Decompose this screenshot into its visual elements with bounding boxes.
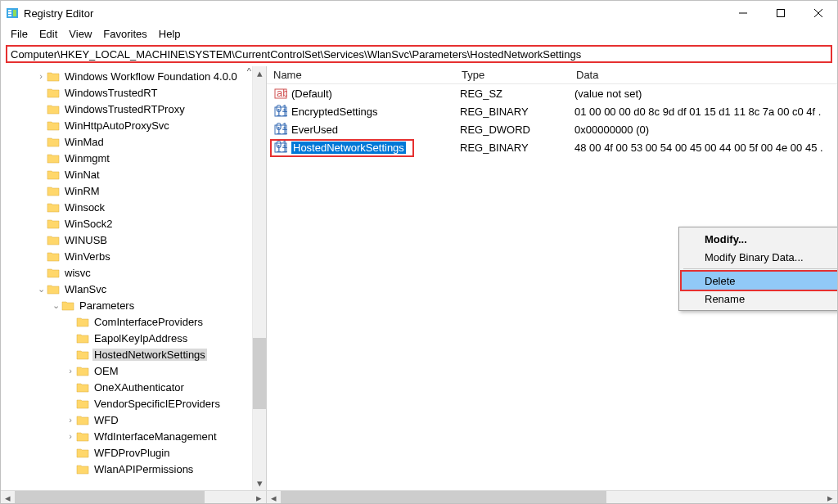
- chevron-right-icon[interactable]: ›: [65, 415, 76, 425]
- folder-icon: [47, 87, 60, 98]
- tree-item[interactable]: ›Windows Workflow Foundation 4.0.0: [1, 68, 266, 84]
- tree-item-label: OneXAuthenticator: [92, 381, 186, 394]
- folder-icon: [47, 70, 60, 82]
- context-menu: Modify... Modify Binary Data... Delete R…: [678, 227, 837, 311]
- folder-icon: [76, 332, 89, 344]
- menu-file[interactable]: File: [6, 26, 33, 42]
- tree-item[interactable]: ⌄Parameters: [1, 297, 266, 313]
- svg-rect-2: [8, 12, 11, 14]
- tree-item[interactable]: ›WFD: [1, 412, 266, 428]
- tree-item[interactable]: EapolKeyIpAddress: [1, 330, 266, 346]
- scroll-thumb[interactable]: [15, 491, 205, 505]
- chevron-down-icon[interactable]: ⌄: [35, 284, 47, 295]
- tree-item-label: WlanAPIPermissions: [92, 463, 195, 475]
- ctx-modify[interactable]: Modify...: [682, 230, 837, 248]
- value-data: 01 00 00 00 d0 8c 9d df 01 15 d1 11 8c 7…: [568, 106, 837, 118]
- tree-item[interactable]: ›OEM: [1, 362, 266, 379]
- folder-icon: [76, 349, 89, 360]
- tree-item[interactable]: WFDProvPlugin: [1, 444, 266, 461]
- tree-item[interactable]: WlanAPIPermissions: [1, 461, 266, 477]
- tree-item[interactable]: WinVerbs: [1, 248, 266, 264]
- ctx-modify-binary[interactable]: Modify Binary Data...: [682, 248, 837, 266]
- tree-item[interactable]: ComInterfaceProviders: [1, 313, 266, 330]
- address-bar[interactable]: Computer\HKEY_LOCAL_MACHINE\SYSTEM\Curre…: [6, 45, 832, 63]
- tree-item-label: WinSock2: [63, 218, 115, 230]
- tree-item[interactable]: ⌄WlanSvc: [1, 281, 266, 297]
- tree-item-label: WindowsTrustedRTProxy: [63, 103, 187, 115]
- folder-icon: [76, 463, 89, 475]
- tree-item-label: wisvc: [63, 267, 92, 279]
- tree-item[interactable]: ›WfdInterfaceManagement: [1, 428, 266, 444]
- menu-view[interactable]: View: [64, 26, 97, 42]
- tree-item[interactable]: WinHttpAutoProxySvc: [1, 117, 266, 133]
- close-button[interactable]: [800, 1, 837, 25]
- tree-item[interactable]: VendorSpecificIEProviders: [1, 395, 266, 412]
- tree-item[interactable]: HostedNetworkSettings: [1, 346, 266, 362]
- svg-text:110: 110: [276, 124, 287, 136]
- menu-favorites[interactable]: Favorites: [98, 26, 151, 42]
- tree-item-label: WinMad: [63, 136, 106, 148]
- tree-item[interactable]: WinRM: [1, 182, 266, 199]
- tree-overflow-indicator: ^: [247, 66, 251, 76]
- window-title: Registry Editor: [24, 7, 93, 20]
- list-header: Name Type Data: [267, 66, 837, 84]
- tree-item-label: WinVerbs: [63, 250, 112, 263]
- tree-horizontal-scrollbar[interactable]: ◂ ▸: [1, 490, 267, 504]
- tree-item-label: WlanSvc: [63, 283, 108, 295]
- scroll-down-icon[interactable]: ▾: [253, 476, 266, 490]
- list-row[interactable]: 011110HostedNetworkSettingsREG_BINARY48 …: [267, 138, 837, 156]
- ctx-rename[interactable]: Rename: [682, 290, 837, 308]
- reg-binary-icon: 011110: [273, 141, 288, 154]
- tree-item[interactable]: WinSock2: [1, 215, 266, 232]
- chevron-right-icon[interactable]: ›: [35, 71, 47, 81]
- column-name[interactable]: Name: [267, 67, 455, 83]
- folder-icon: [47, 169, 60, 180]
- minimize-button[interactable]: [724, 1, 762, 25]
- tree-vertical-scrollbar[interactable]: ▴ ▾: [252, 66, 266, 490]
- scroll-left-icon[interactable]: ◂: [267, 491, 281, 505]
- scroll-right-icon[interactable]: ▸: [252, 491, 266, 505]
- list-row[interactable]: 011110EncryptedSettingsREG_BINARY01 00 0…: [267, 102, 837, 120]
- chevron-right-icon[interactable]: ›: [65, 431, 76, 441]
- tree-pane[interactable]: ›Windows Workflow Foundation 4.0.0Window…: [1, 66, 267, 490]
- chevron-right-icon[interactable]: ›: [65, 366, 76, 376]
- column-type[interactable]: Type: [455, 67, 570, 83]
- folder-icon: [47, 267, 60, 278]
- folder-icon: [47, 152, 60, 164]
- tree-item-label: Winmgmt: [63, 152, 111, 164]
- scroll-right-icon[interactable]: ▸: [823, 491, 837, 505]
- tree-item-label: Winsock: [63, 201, 106, 214]
- svg-rect-3: [8, 15, 11, 16]
- scroll-up-icon[interactable]: ▴: [253, 66, 266, 80]
- scroll-thumb[interactable]: [253, 338, 266, 409]
- value-type: REG_BINARY: [453, 106, 568, 118]
- tree-item[interactable]: WindowsTrustedRTProxy: [1, 101, 266, 117]
- menu-edit[interactable]: Edit: [34, 26, 62, 42]
- scroll-left-icon[interactable]: ◂: [1, 491, 15, 505]
- ctx-delete[interactable]: Delete: [682, 272, 837, 290]
- chevron-down-icon[interactable]: ⌄: [50, 300, 61, 311]
- list-horizontal-scrollbar[interactable]: ◂ ▸: [267, 490, 837, 504]
- tree-item[interactable]: WinNat: [1, 166, 266, 182]
- tree-item[interactable]: WindowsTrustedRT: [1, 84, 266, 101]
- column-data[interactable]: Data: [570, 67, 837, 83]
- tree-item[interactable]: wisvc: [1, 264, 266, 281]
- folder-icon: [47, 136, 60, 147]
- tree-item[interactable]: WINUSB: [1, 232, 266, 248]
- list-pane[interactable]: Name Type Data ab(Default)REG_SZ(value n…: [267, 66, 837, 490]
- tree-item[interactable]: Winmgmt: [1, 150, 266, 166]
- tree-item-label: Parameters: [78, 299, 136, 312]
- list-row[interactable]: 011110EverUsedREG_DWORD0x00000000 (0): [267, 120, 837, 138]
- tree-item-label: VendorSpecificIEProviders: [92, 398, 222, 410]
- value-data: 0x00000000 (0): [568, 124, 837, 136]
- folder-icon: [76, 430, 89, 442]
- scroll-thumb[interactable]: [281, 491, 606, 505]
- tree-item[interactable]: Winsock: [1, 199, 266, 215]
- menu-help[interactable]: Help: [154, 26, 186, 42]
- tree-item[interactable]: WinMad: [1, 133, 266, 150]
- maximize-button[interactable]: [762, 1, 800, 25]
- value-type: REG_BINARY: [453, 142, 568, 154]
- tree-item[interactable]: OneXAuthenticator: [1, 379, 266, 395]
- address-text: Computer\HKEY_LOCAL_MACHINE\SYSTEM\Curre…: [11, 48, 581, 61]
- list-row[interactable]: ab(Default)REG_SZ(value not set): [267, 84, 837, 102]
